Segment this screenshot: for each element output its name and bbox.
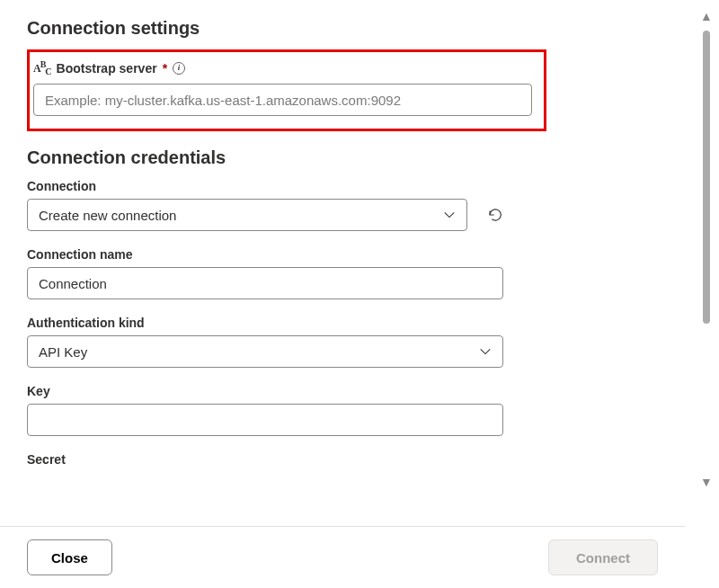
scrollbar-thumb[interactable]	[703, 31, 710, 324]
info-icon[interactable]: i	[173, 62, 185, 75]
dialog-footer: Close Connect	[0, 526, 685, 588]
connection-credentials-heading: Connection credentials	[27, 147, 656, 168]
scrollbar[interactable]: ▲ ▼	[694, 0, 719, 588]
scroll-up-icon[interactable]: ▲	[700, 9, 713, 23]
authentication-kind-label: Authentication kind	[27, 316, 503, 330]
connect-button[interactable]: Connect	[548, 539, 658, 575]
bootstrap-server-label: Bootstrap server	[57, 61, 157, 76]
bootstrap-server-highlight: ABC Bootstrap server * i	[27, 49, 546, 131]
chevron-down-icon	[479, 345, 492, 358]
secret-label: Secret	[27, 452, 503, 467]
authentication-kind-select[interactable]: API Key	[27, 335, 503, 368]
required-indicator: *	[163, 61, 167, 76]
key-input[interactable]	[27, 404, 503, 436]
close-button[interactable]: Close	[27, 539, 112, 575]
connection-settings-heading: Connection settings	[27, 18, 656, 39]
connection-name-input[interactable]	[27, 267, 503, 299]
refresh-icon[interactable]	[487, 206, 503, 224]
key-label: Key	[27, 384, 503, 398]
connection-label: Connection	[27, 179, 503, 193]
bootstrap-server-input[interactable]	[33, 84, 532, 116]
connection-selected-value: Create new connection	[39, 208, 176, 223]
text-type-icon: ABC	[33, 59, 51, 76]
chevron-down-icon	[443, 209, 456, 221]
connection-name-label: Connection name	[27, 247, 503, 262]
connection-select[interactable]: Create new connection	[27, 199, 467, 231]
scroll-down-icon[interactable]: ▼	[700, 475, 713, 489]
authentication-kind-selected-value: API Key	[39, 344, 87, 360]
